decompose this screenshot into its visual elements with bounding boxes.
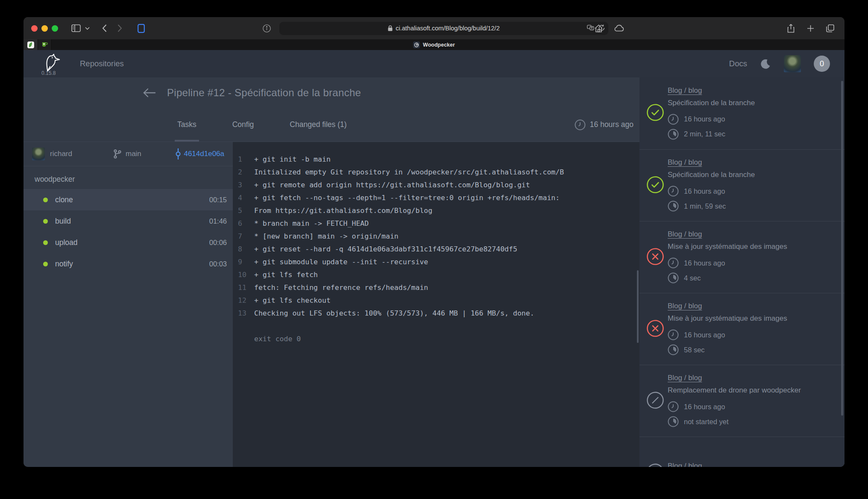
failure-status-icon xyxy=(643,319,668,337)
close-window-button[interactable] xyxy=(31,25,38,32)
step-status-dot xyxy=(43,219,48,224)
build-commit-message: Mise à jour systématique des images xyxy=(668,314,840,323)
log-line-number: 11 xyxy=(238,281,254,294)
log-line-text: + git reset --hard -q 4614d1e06a3dabf311… xyxy=(254,243,517,256)
log-line-text: Initialized empty Git repository in /woo… xyxy=(254,166,564,179)
duration-icon xyxy=(668,201,679,212)
build-entry[interactable]: Blog / blogRemplacement de drone par woo… xyxy=(639,437,845,467)
build-duration-row: 58 sec xyxy=(668,344,840,355)
step-clone[interactable]: clone00:15 xyxy=(23,189,233,210)
build-duration: not started yet xyxy=(684,418,729,426)
build-entry[interactable]: Blog / blogMise à jour systématique des … xyxy=(639,221,845,293)
active-tab[interactable]: Woodpecker xyxy=(23,39,845,50)
build-commit-message: Mise à jour systématique des images xyxy=(668,242,840,251)
log-line-text: + git remote add origin https://git.atha… xyxy=(254,179,530,192)
build-repo-link[interactable]: Blog / blog xyxy=(668,374,702,382)
git-commit-icon xyxy=(175,148,181,159)
step-upload[interactable]: upload00:06 xyxy=(23,232,233,253)
clock-icon xyxy=(668,186,679,197)
share-icon[interactable] xyxy=(784,22,798,35)
icloud-tabs-icon[interactable] xyxy=(612,22,626,35)
log-line-number: 2 xyxy=(238,166,254,179)
nav-repositories[interactable]: Repositories xyxy=(80,59,124,68)
build-entry[interactable]: Blog / blogSpécification de la branche16… xyxy=(639,77,845,149)
clock-icon xyxy=(668,401,679,412)
build-duration: 58 sec xyxy=(684,346,705,354)
step-duration: 01:46 xyxy=(209,217,227,225)
log-line: 2Initialized empty Git repository in /wo… xyxy=(238,166,639,179)
back-arrow-icon[interactable] xyxy=(143,88,156,97)
log-line-number: 12 xyxy=(238,294,254,307)
lock-icon xyxy=(388,25,393,31)
duration-icon xyxy=(668,416,679,427)
browser-toolbar: ci.athaliasoft.com/Blog/blog/build/12/2 xyxy=(23,17,845,39)
commit-sha[interactable]: 4614d1e06a xyxy=(184,150,224,158)
minimize-window-button[interactable] xyxy=(41,25,48,32)
home-icon[interactable] xyxy=(592,22,605,35)
back-button[interactable] xyxy=(97,22,111,35)
log-line-text: + git submodule update --init --recursiv… xyxy=(254,256,428,269)
duration-icon xyxy=(668,272,679,283)
build-duration: 2 min, 11 sec xyxy=(684,130,725,138)
tab-tasks[interactable]: Tasks xyxy=(177,108,196,142)
log-line-number: 4 xyxy=(238,192,254,204)
start-page-icon[interactable] xyxy=(134,22,148,35)
step-notify[interactable]: notify00:03 xyxy=(23,253,233,275)
log-line: 10+ git lfs fetch xyxy=(238,269,639,281)
build-entry[interactable]: Blog / blogSpécification de la branche16… xyxy=(639,149,845,221)
build-repo-link[interactable]: Blog / blog xyxy=(668,302,702,310)
address-bar[interactable]: ci.athaliasoft.com/Blog/blog/build/12/2 xyxy=(279,22,608,35)
woodpecker-logo[interactable]: 0.15.8 xyxy=(41,52,62,75)
step-status-dot xyxy=(43,262,48,266)
failure-status-icon xyxy=(643,248,668,266)
step-status-dot xyxy=(43,240,48,245)
log-line: 5From https://git.athaliasoft.com/Blog/b… xyxy=(238,204,639,217)
success-status-icon xyxy=(643,176,668,194)
log-line-text: Checking out LFS objects: 100% (573/573)… xyxy=(254,307,534,320)
clock-icon xyxy=(668,329,679,340)
build-time: 16 hours ago xyxy=(684,403,725,411)
log-line-text: + git init -b main xyxy=(254,153,331,166)
step-list: clone00:15build01:46upload00:06notify00:… xyxy=(23,189,233,275)
build-repo-link[interactable]: Blog / blog xyxy=(668,462,702,467)
pipeline-tabs: Tasks Config Changed files (1) 16 hours … xyxy=(23,108,639,142)
new-tab-icon[interactable] xyxy=(803,22,817,35)
step-build[interactable]: build01:46 xyxy=(23,210,233,232)
user-avatar[interactable] xyxy=(784,55,801,72)
log-line: 4+ git fetch --no-tags --depth=1 --filte… xyxy=(238,192,639,204)
build-commit-message: Spécification de la branche xyxy=(668,171,840,179)
build-commit-message: Spécification de la branche xyxy=(668,99,840,107)
dark-mode-toggle-moon-icon[interactable] xyxy=(760,58,771,69)
tab-overview-icon[interactable] xyxy=(823,22,837,35)
builds-sidebar: Blog / blogSpécification de la branche16… xyxy=(639,77,845,467)
log-line-number: 5 xyxy=(238,204,254,217)
log-line-text: + git fetch --no-tags --depth=1 --filter… xyxy=(254,192,560,204)
log-line-text: * [new branch] main -> origin/main xyxy=(254,230,399,243)
log-line-number: 1 xyxy=(238,153,254,166)
build-time: 16 hours ago xyxy=(684,259,725,267)
tab-config[interactable]: Config xyxy=(232,108,254,142)
sidebar-toggle-icon[interactable] xyxy=(69,22,83,35)
forward-button[interactable] xyxy=(113,22,126,35)
log-line-number: 8 xyxy=(238,243,254,256)
reader-info-icon[interactable] xyxy=(260,22,273,35)
build-time-row: 16 hours ago xyxy=(668,329,840,340)
log-line: 7* [new branch] main -> origin/main xyxy=(238,230,639,243)
log-scrollbar[interactable] xyxy=(637,270,639,343)
log-line-number: 6 xyxy=(238,217,254,230)
build-entry[interactable]: Blog / blogRemplacement de drone par woo… xyxy=(639,365,845,437)
nav-docs[interactable]: Docs xyxy=(729,59,747,68)
zoom-window-button[interactable] xyxy=(52,25,58,32)
build-time-row: 16 hours ago xyxy=(668,114,840,125)
build-repo-link[interactable]: Blog / blog xyxy=(668,230,702,239)
build-repo-link[interactable]: Blog / blog xyxy=(668,86,702,95)
build-repo-link[interactable]: Blog / blog xyxy=(668,158,702,167)
notification-badge[interactable]: 0 xyxy=(814,56,830,72)
sidebar-chevron-icon[interactable] xyxy=(83,22,91,35)
tab-changed-files[interactable]: Changed files (1) xyxy=(290,108,346,142)
sidebar-scrollbar[interactable] xyxy=(841,81,843,416)
success-status-icon xyxy=(643,103,668,121)
branch-name[interactable]: main xyxy=(126,150,141,158)
build-entry[interactable]: Blog / blogMise à jour systématique des … xyxy=(639,293,845,365)
app-header: 0.15.8 Repositories Docs 0 xyxy=(23,50,845,77)
